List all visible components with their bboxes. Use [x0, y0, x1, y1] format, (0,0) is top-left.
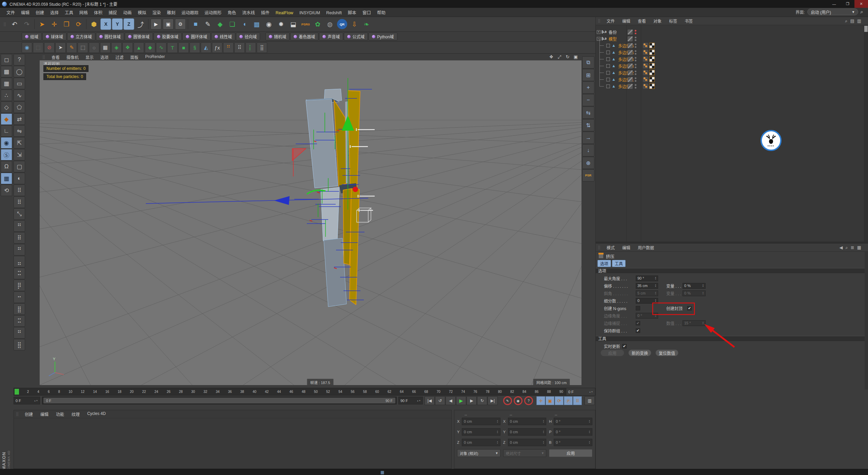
viewport-grip[interactable]: ⣿: [42, 55, 45, 59]
random-effector-icon[interactable]: ⠿: [234, 42, 245, 53]
preview-range-slider[interactable]: 0 F90 F: [42, 397, 397, 404]
pos-z-input[interactable]: 0 cm▲▼: [462, 439, 500, 446]
uvw-tag-icon[interactable]: [649, 70, 655, 75]
taskbar-app-icon[interactable]: ▦: [380, 470, 384, 475]
object-tree-row[interactable]: 多边形.1: [596, 76, 863, 83]
dots-pattern-icon[interactable]: ⠭: [14, 315, 25, 327]
om-menu-item[interactable]: 对象: [650, 18, 665, 24]
expander-icon[interactable]: [606, 44, 610, 48]
field-button[interactable]: 立方体域: [67, 33, 95, 40]
texture-mode-icon[interactable]: ▩: [1, 66, 12, 77]
visibility-toggle-icon[interactable]: [628, 63, 633, 69]
material-menu-item[interactable]: 创建: [21, 411, 37, 417]
menu-item[interactable]: 插件: [258, 11, 273, 15]
menu-item[interactable]: 流水线: [239, 11, 258, 15]
expander-icon[interactable]: [606, 57, 610, 61]
attr-search-icon[interactable]: ⌕: [846, 245, 848, 250]
lock-x-axis-icon[interactable]: X: [100, 18, 111, 30]
lock-y-axis-icon[interactable]: Y: [112, 18, 123, 30]
psr-strip-icon[interactable]: PSR: [582, 169, 594, 182]
search-icon[interactable]: ⌕: [861, 9, 863, 15]
lock-z-axis-icon[interactable]: Z: [123, 18, 134, 30]
motext-icon[interactable]: T: [167, 42, 178, 53]
uvw-tag-icon[interactable]: [649, 50, 655, 55]
toolbar-separator[interactable]: [186, 17, 190, 31]
dots-white-icon[interactable]: ⠿: [14, 196, 25, 208]
frame-field[interactable]: 0 F▲▼: [566, 388, 595, 395]
redo-icon[interactable]: ↷: [21, 17, 33, 31]
menu-item[interactable]: 捕捉: [105, 11, 120, 15]
attr-menu-item[interactable]: 用户数据: [634, 245, 658, 250]
expander-icon[interactable]: [606, 51, 610, 54]
viewport-menu-item[interactable]: 过滤: [112, 54, 127, 60]
object-label[interactable]: 备份: [609, 29, 617, 35]
goto-end-icon[interactable]: ▶|: [488, 396, 498, 405]
workplane-mode-icon[interactable]: ▦: [1, 78, 12, 89]
field-button[interactable]: 声音域: [319, 33, 343, 40]
prev-frame-icon[interactable]: ◀: [446, 396, 456, 405]
visibility-toggle-icon[interactable]: [628, 84, 633, 89]
reset-values-button[interactable]: 复位数值: [655, 349, 678, 356]
expander-icon[interactable]: [606, 64, 610, 68]
move-down-icon[interactable]: ↓: [582, 144, 594, 156]
attr-list-icon[interactable]: ≣: [851, 245, 854, 250]
weight-paint-icon[interactable]: ✎: [66, 42, 77, 53]
effector-icon[interactable]: ƒx: [212, 42, 222, 53]
menu-item[interactable]: 运动图形: [201, 11, 224, 15]
phong-tag-icon[interactable]: [643, 83, 648, 89]
field-button[interactable]: 径向域: [236, 33, 260, 40]
attr-menu-item[interactable]: 编辑: [618, 245, 634, 250]
joint-icon[interactable]: ◉: [22, 42, 32, 53]
viewport-menu-item[interactable]: 摄像机: [63, 54, 82, 60]
points-mode-icon[interactable]: ∴: [1, 90, 12, 101]
extrude-icon[interactable]: ◭: [201, 42, 211, 53]
viewport-menu-item[interactable]: 查看: [48, 54, 63, 60]
grid-dots-icon[interactable]: ▦: [100, 42, 111, 53]
visibility-toggle-icon[interactable]: [628, 57, 633, 62]
dots-pattern-icon[interactable]: ⠛: [14, 244, 25, 255]
menu-item[interactable]: INSYDIUM: [296, 11, 323, 15]
clone-grid-icon[interactable]: ⬚: [33, 42, 43, 53]
deformer-icon[interactable]: ◖: [238, 17, 251, 31]
visibility-dots[interactable]: [635, 50, 636, 55]
rot-h-input[interactable]: 0 °▲▼: [554, 418, 592, 425]
cloner-icon[interactable]: ◈: [111, 42, 122, 53]
field-button[interactable]: 胶囊体域: [154, 33, 182, 40]
dots-pattern-icon[interactable]: ⠭: [14, 268, 25, 279]
material-menu-item[interactable]: 纹理: [68, 411, 83, 417]
options-section-header[interactable]: 选项: [596, 268, 865, 273]
menu-item[interactable]: 编辑: [18, 11, 33, 15]
visibility-dots[interactable]: [635, 64, 636, 68]
dots-pattern-icon[interactable]: ⠛: [14, 220, 25, 232]
psr-zero-icon[interactable]: PSR0: [299, 17, 312, 31]
offset-variance-input[interactable]: 0 %▲▼: [683, 283, 706, 289]
live-selection-icon[interactable]: ➤: [36, 17, 48, 31]
attr-menu-item[interactable]: 模式: [603, 245, 618, 250]
viewport-solo-icon[interactable]: ◉: [1, 137, 12, 149]
simulation-toggle-icon[interactable]: Ⓢ: [1, 149, 12, 160]
render-settings-icon[interactable]: ⚙: [175, 19, 186, 30]
om-menu-item[interactable]: 书签: [681, 18, 696, 24]
rot-p-input[interactable]: 0 °▲▼: [554, 428, 592, 436]
om-bookmark-icon[interactable]: ▥: [857, 18, 861, 24]
dots-red-icon[interactable]: ⠿: [14, 185, 25, 196]
camera-icon[interactable]: ◉: [263, 17, 275, 31]
toolbar-separator[interactable]: [147, 17, 150, 31]
close-button[interactable]: ✕: [854, 0, 868, 8]
material-menu-item[interactable]: Cycles 4D: [83, 411, 110, 417]
tools-section-header[interactable]: 工具: [596, 336, 865, 341]
menu-item[interactable]: 帮助: [374, 11, 389, 15]
add-camera-icon[interactable]: ⊕: [582, 157, 594, 169]
pos-y-input[interactable]: 0 cm▲▼: [462, 428, 500, 436]
key-position-icon[interactable]: ✛: [536, 396, 545, 405]
xpresso-icon[interactable]: ✿: [312, 17, 324, 31]
hierarchy-vertical-icon[interactable]: ⧉: [582, 56, 594, 69]
dots-pattern-icon[interactable]: ⠿: [14, 232, 25, 244]
menu-item[interactable]: 脚本: [345, 11, 359, 15]
minimize-button[interactable]: —: [827, 0, 841, 8]
step-effector-icon[interactable]: ⡇: [245, 42, 256, 53]
dots-pattern-icon[interactable]: ⣿: [14, 339, 25, 350]
move-right-icon[interactable]: →: [582, 132, 594, 144]
field-button[interactable]: 圆锥体域: [125, 33, 153, 40]
tracer-icon[interactable]: ∿: [156, 42, 166, 53]
